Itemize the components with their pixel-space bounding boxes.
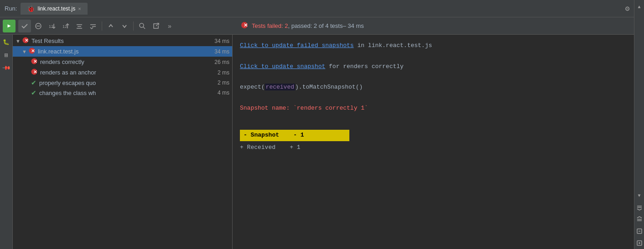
status-icon-renders: ✕	[31, 58, 37, 66]
expect-suffix: ).toMatchSnapshot()	[295, 84, 363, 90]
main-area: 🐛 ▤ 📌 ▼ ✕ Test Results 34 ms ▼ ✕ link.	[0, 35, 644, 249]
toolbar-left: 12 12 »	[3, 20, 235, 32]
tab-close-icon[interactable]: ×	[78, 6, 81, 11]
scroll-action-3[interactable]	[635, 227, 644, 235]
update-failed-line: Click to update failed snapshots in link…	[240, 41, 630, 51]
tree-label-escapes: properly escapes quo	[39, 79, 214, 86]
svg-text:✕: ✕	[24, 38, 28, 43]
diff-block: - Snapshot - 1 + Received + 1	[240, 130, 630, 153]
check-button[interactable]	[18, 20, 31, 32]
svg-text:✕: ✕	[31, 48, 34, 53]
layout-side-icon[interactable]: ▤	[1, 49, 12, 60]
scroll-action-2[interactable]	[635, 215, 644, 223]
status-icon-link: ✕	[29, 48, 35, 55]
expand-icon-link: ▼	[22, 49, 27, 54]
tree-time-class: 4 ms	[218, 90, 229, 96]
tree-row-anchor[interactable]: ✕ renders as an anchor 2 ms	[13, 67, 232, 78]
bug-side-icon[interactable]: 🐛	[1, 37, 12, 48]
status-icon-anchor: ✕	[31, 69, 37, 76]
sort-za-button[interactable]: 12	[59, 20, 72, 32]
down-button[interactable]	[118, 20, 131, 32]
pin-side-icon[interactable]: 📌	[0, 60, 14, 75]
status-icon-escapes: ✔	[31, 79, 36, 86]
up-button[interactable]	[104, 20, 117, 32]
align-center-button[interactable]	[73, 20, 86, 32]
tree-time-escapes: 2 ms	[218, 79, 229, 86]
diff-removed-line: - Snapshot - 1	[240, 130, 630, 141]
update-snapshot-link[interactable]: Click to update snapshot	[240, 63, 325, 70]
tree-label-anchor: renders as an anchor	[40, 69, 214, 76]
tree-row-renders-correctly[interactable]: ✕ renders correctly 26 ms	[13, 57, 232, 67]
left-panel: 🐛 ▤ 📌 ▼ ✕ Test Results 34 ms ▼ ✕ link.	[0, 35, 233, 249]
update-snapshot-suffix: for renders correctly	[325, 63, 404, 70]
expect-prefix: expect(	[240, 84, 265, 90]
title-tab[interactable]: 🐞 link.react.test.js ×	[21, 3, 87, 15]
toolbar-separator-1	[102, 21, 102, 31]
snapshot-name-line: Snapshot name: `renders correctly 1`	[240, 104, 630, 113]
sort-az-button[interactable]: 12	[46, 20, 58, 32]
svg-text:✕: ✕	[244, 22, 248, 28]
update-failed-suffix: in link.react.test.js	[354, 42, 432, 49]
tree-row-class[interactable]: ✔ changes the class wh 4 ms	[13, 88, 232, 98]
up-icon	[107, 22, 114, 30]
tree-row-escapes[interactable]: ✔ properly escapes quo 2 ms	[13, 78, 232, 88]
scroll-action-4[interactable]	[635, 239, 644, 247]
run-label: Run:	[5, 5, 17, 12]
received-word: received	[265, 84, 295, 90]
tree-time-anchor: 2 ms	[218, 69, 229, 76]
down-icon	[121, 22, 128, 30]
tree-row-link-react[interactable]: ▼ ✕ link.react.test.js 34 ms	[13, 46, 232, 57]
update-failed-link[interactable]: Click to update failed snapshots	[240, 42, 354, 49]
svg-text:2: 2	[51, 24, 53, 29]
right-scrollbar: ▲ ▼	[634, 0, 644, 249]
search-icon	[139, 22, 146, 30]
search-button[interactable]	[136, 20, 149, 32]
cancel-button[interactable]	[32, 20, 45, 32]
test-tree: ▼ ✕ Test Results 34 ms ▼ ✕ link.react.te…	[13, 35, 232, 249]
svg-text:✕: ✕	[33, 69, 37, 74]
file-icon: 🐞	[27, 5, 35, 12]
scroll-action-1[interactable]	[635, 203, 644, 212]
right-panel[interactable]: Click to update failed snapshots in link…	[233, 35, 644, 249]
tree-time-root: 34 ms	[214, 38, 229, 44]
diff-removed-text: - Snapshot - 1	[240, 130, 349, 141]
snapshot-name-text: Snapshot name: `renders correctly 1`	[240, 105, 368, 111]
tab-filename: link.react.test.js	[37, 5, 75, 12]
align-center-icon	[76, 22, 83, 30]
check-icon	[21, 22, 28, 30]
tree-label-root: Test Results	[31, 37, 211, 44]
status-failed-text: Tests failed: 2, passed: 2 of 4 tests– 3…	[252, 22, 364, 29]
update-snapshot-line: Click to update snapshot for renders cor…	[240, 62, 630, 72]
svg-line-14	[143, 27, 145, 29]
toolbar-right: ✕ Tests failed: 2, passed: 2 of 4 tests–…	[236, 21, 364, 31]
scroll-up-button[interactable]: ▲	[635, 3, 644, 11]
more-button[interactable]: »	[163, 20, 176, 32]
status-icon-root: ✕	[22, 37, 29, 45]
side-icons: 🐛 ▤ 📌	[0, 35, 13, 249]
align-right-button[interactable]	[87, 20, 99, 32]
gear-icon[interactable]: ⚙	[625, 4, 630, 13]
export-icon	[152, 22, 160, 30]
cancel-icon	[35, 22, 42, 30]
tree-time-link: 34 ms	[214, 48, 229, 55]
title-bar: Run: 🐞 link.react.test.js × ⚙ —	[0, 0, 644, 17]
align-right-icon	[89, 22, 97, 30]
error-circle: ✕	[241, 21, 248, 31]
export-button[interactable]	[150, 20, 162, 32]
diff-added-line: + Received + 1	[240, 143, 630, 153]
tree-label-class: changes the class wh	[39, 90, 214, 96]
expect-line: expect(received).toMatchSnapshot()	[240, 83, 630, 92]
expand-icon-root: ▼	[16, 38, 21, 44]
scroll-down-button[interactable]: ▼	[635, 191, 644, 200]
toolbar: 12 12 » ✕ Tests failed: 2, pas	[0, 17, 644, 35]
diff-added-text: + Received + 1	[240, 144, 301, 151]
tree-label-renders: renders correctly	[40, 58, 211, 65]
sort-az-icon: 12	[48, 22, 56, 30]
tree-time-renders: 26 ms	[214, 59, 229, 65]
play-button[interactable]	[3, 20, 16, 32]
sort-za-icon: 12	[62, 22, 69, 30]
status-icon-class: ✔	[31, 89, 36, 96]
tree-label-link: link.react.test.js	[38, 48, 211, 55]
tree-row-test-results[interactable]: ▼ ✕ Test Results 34 ms	[13, 36, 232, 46]
svg-text:✕: ✕	[33, 59, 37, 64]
